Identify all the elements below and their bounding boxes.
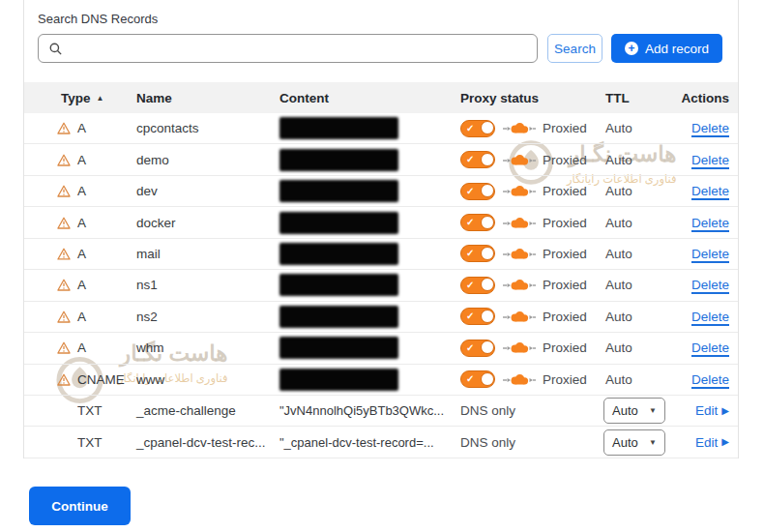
- search-input-wrap: [38, 34, 538, 63]
- ttl-cell: Auto: [605, 372, 681, 387]
- ttl-cell: Auto: [605, 340, 681, 355]
- warning-icon: [57, 373, 77, 386]
- delete-link[interactable]: Delete: [691, 340, 729, 355]
- column-header-proxy-status[interactable]: Proxy status: [460, 91, 605, 105]
- record-name: whm: [136, 340, 279, 355]
- proxy-toggle[interactable]: ✓: [460, 120, 495, 137]
- plus-icon: +: [625, 42, 638, 55]
- record-type-cell: TXT: [57, 435, 136, 450]
- record-type-cell: A: [57, 184, 136, 198]
- delete-link[interactable]: Delete: [691, 184, 729, 198]
- delete-link[interactable]: Delete: [691, 278, 729, 292]
- proxy-status-label: Proxied: [543, 247, 587, 261]
- add-record-button[interactable]: + Add record: [611, 34, 722, 63]
- column-header-name[interactable]: Name: [136, 91, 279, 105]
- proxy-toggle[interactable]: ✓: [460, 370, 495, 388]
- ttl-cell: Auto: [605, 310, 681, 324]
- delete-link[interactable]: Delete: [691, 310, 729, 324]
- proxy-toggle[interactable]: ✓: [460, 308, 495, 325]
- search-icon: [48, 42, 63, 56]
- record-type-cell: A: [57, 340, 136, 355]
- delete-link[interactable]: Delete: [691, 216, 729, 230]
- ttl-cell: Auto▼: [605, 398, 681, 424]
- edit-label: Edit: [695, 403, 718, 418]
- record-type-cell: A: [57, 278, 136, 292]
- actions-cell: Delete: [691, 372, 729, 387]
- proxy-status-cell: ✓Proxied: [460, 340, 605, 357]
- actions-cell: Edit▶: [695, 403, 729, 418]
- edit-label: Edit: [695, 435, 718, 450]
- cloud-icon: [502, 120, 537, 136]
- ttl-cell: Auto: [605, 216, 681, 230]
- record-type-cell: A: [57, 247, 136, 261]
- warning-icon: [57, 154, 77, 166]
- ttl-value: Auto: [612, 435, 638, 450]
- table-row: Awhm✓ProxiedAutoDelete: [24, 333, 738, 364]
- proxy-status-cell: ✓Proxied: [460, 308, 605, 325]
- toggle-knob: [481, 340, 494, 354]
- edit-arrow-icon: ▶: [721, 437, 729, 447]
- check-icon: ✓: [466, 249, 474, 258]
- column-header-type[interactable]: Type ▲: [57, 91, 136, 105]
- table-row: Adev✓ProxiedAutoDelete: [24, 176, 738, 207]
- warning-icon: [57, 279, 77, 291]
- caret-down-icon: ▼: [649, 438, 657, 447]
- ttl-dropdown[interactable]: Auto▼: [603, 398, 665, 424]
- record-name: demo: [136, 153, 279, 167]
- edit-link[interactable]: Edit▶: [695, 403, 729, 418]
- table-row: Adocker✓ProxiedAutoDelete: [24, 207, 738, 238]
- record-content: [279, 243, 460, 265]
- table-row: CNAMEwww✓ProxiedAutoDelete: [24, 365, 738, 396]
- delete-link[interactable]: Delete: [691, 121, 729, 135]
- proxy-status-cell: ✓Proxied: [460, 370, 605, 388]
- proxy-status-cell: ✓Proxied: [460, 245, 605, 262]
- record-content: [279, 369, 460, 391]
- warning-icon: [57, 122, 77, 134]
- actions-cell: Delete: [691, 247, 729, 261]
- proxy-status-label: Proxied: [543, 216, 587, 230]
- record-content: [279, 337, 460, 359]
- proxy-status-label: Proxied: [543, 340, 587, 355]
- redacted-content-block: [279, 369, 398, 391]
- proxy-toggle[interactable]: ✓: [460, 245, 495, 262]
- proxy-toggle[interactable]: ✓: [460, 340, 495, 357]
- table-row: TXT_cpanel-dcv-test-rec..."_cpanel-dcv-t…: [24, 427, 738, 458]
- proxy-toggle[interactable]: ✓: [460, 214, 495, 231]
- check-icon: ✓: [466, 374, 474, 384]
- ttl-dropdown[interactable]: Auto▼: [603, 429, 665, 456]
- toggle-knob: [481, 216, 494, 229]
- proxy-toggle[interactable]: ✓: [460, 183, 495, 200]
- cloud-icon: [502, 277, 537, 293]
- record-type-cell: CNAME: [57, 372, 136, 387]
- edit-link[interactable]: Edit▶: [695, 435, 729, 450]
- record-name: _cpanel-dcv-test-rec...: [136, 435, 279, 450]
- record-content: [279, 212, 460, 234]
- continue-button[interactable]: Continue: [29, 487, 131, 525]
- type-header-label: Type: [61, 91, 91, 105]
- cloud-icon: [502, 309, 537, 325]
- column-header-content[interactable]: Content: [279, 91, 460, 105]
- column-header-ttl[interactable]: TTL: [605, 91, 681, 105]
- actions-cell: Delete: [691, 340, 729, 355]
- actions-cell: Delete: [691, 278, 729, 292]
- delete-link[interactable]: Delete: [691, 247, 729, 261]
- delete-link[interactable]: Delete: [691, 372, 729, 387]
- proxy-toggle[interactable]: ✓: [460, 277, 495, 294]
- record-type-cell: TXT: [57, 403, 136, 418]
- proxy-toggle[interactable]: ✓: [460, 151, 495, 168]
- actions-cell: Delete: [691, 310, 729, 324]
- redacted-content-block: [279, 117, 398, 139]
- record-type-label: A: [77, 216, 86, 230]
- redacted-content-block: [279, 243, 398, 265]
- actions-cell: Delete: [691, 184, 729, 198]
- proxy-status-cell: DNS only: [460, 435, 605, 450]
- search-button[interactable]: Search: [547, 34, 602, 63]
- proxy-status-cell: ✓Proxied: [460, 277, 605, 294]
- table-row: TXT_acme-challenge"JvN4nnolhQi5yBTb3QWkc…: [24, 396, 738, 427]
- proxy-status-label: Proxied: [543, 372, 587, 387]
- delete-link[interactable]: Delete: [691, 153, 729, 167]
- record-name: dev: [136, 184, 279, 198]
- check-icon: ✓: [466, 343, 474, 353]
- search-input[interactable]: [63, 35, 537, 62]
- warning-icon: [57, 310, 77, 323]
